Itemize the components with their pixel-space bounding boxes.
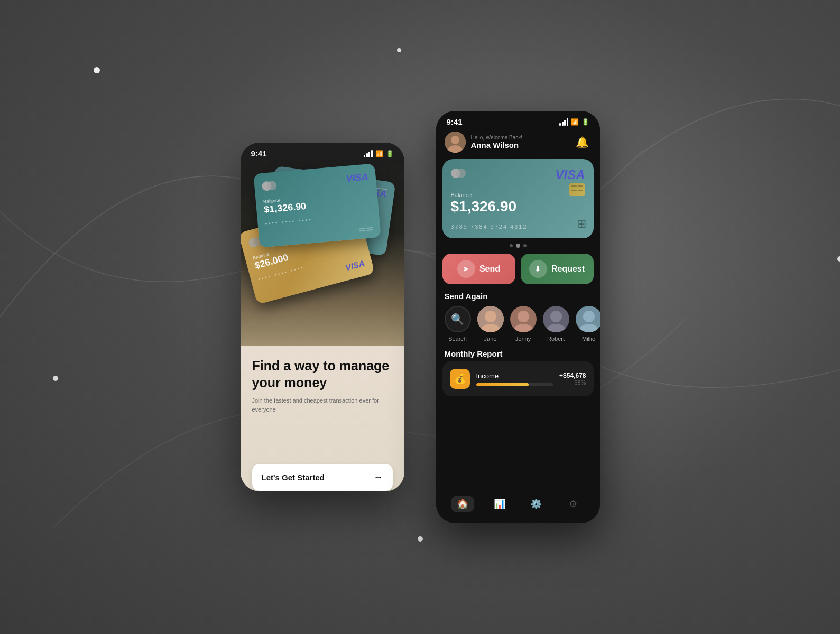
request-label: Request [551,264,585,274]
cta-arrow: → [374,472,383,483]
contact-name-jenny: Jenny [515,335,531,342]
main-card-visa: VISA [555,167,585,182]
request-icon: ⬇ [534,264,541,274]
contact-millie[interactable]: Millie [576,306,600,342]
right-wifi-icon: 📶 [571,118,579,126]
home-icon-bg: 🏠 [451,496,474,512]
card-grid-icon: ⊞ [577,217,586,231]
report-values: +$54,678 68% [559,372,586,386]
send-again-search[interactable]: 🔍 Search [445,306,471,342]
contact-avatar-jane [477,306,504,332]
pagination-dots [436,240,600,251]
svg-point-0 [94,67,100,73]
contact-name-robert: Robert [547,335,565,342]
cta-button[interactable]: Let's Get Started → [252,464,393,491]
search-label: Search [448,335,467,342]
search-avatar: 🔍 [445,306,471,332]
send-icon-bg: ➤ [457,260,475,278]
contact-avatar-jenny [510,306,537,332]
gold-visa: VISA [344,259,366,273]
contact-jenny[interactable]: Jenny [510,306,537,342]
left-phone: 9:41 📶 🔋 [241,143,404,491]
svg-point-7 [418,536,423,542]
main-card-mastercard [451,169,466,178]
svg-point-4 [53,376,58,381]
report-icon: 💰 [450,369,470,389]
contact-name-jane: Jane [484,335,497,342]
left-phone-time: 9:41 [251,149,267,158]
bottom-nav: 🏠 📊 ⚙️ ⚙ [436,489,600,523]
contact-robert[interactable]: Robert [543,306,569,342]
main-card-number: 3789 7384 9724 4612 [451,223,585,230]
send-again-list: 🔍 Search Jane [436,304,600,344]
right-phone-time: 9:41 [447,117,463,126]
report-income-label: Income [476,372,553,380]
report-card: 💰 Income +$54,678 68% [442,361,594,396]
send-button[interactable]: ➤ Send [442,254,515,284]
svg-point-2 [397,48,401,52]
status-bar-right: 9:41 📶 🔋 [436,111,600,126]
nav-settings[interactable]: ⚙️ [524,496,548,512]
chip-grid [359,227,373,231]
welcome-text: Hello, Welcome Back! [471,135,523,141]
bell-button[interactable]: 🔔 [574,133,592,151]
nav-home[interactable]: 🏠 [451,496,474,512]
main-card-balance-label: Balance [451,192,585,198]
contact-jane[interactable]: Jane [477,306,504,342]
app-header: Hello, Welcome Back! Anna Wilson 🔔 [436,126,600,157]
main-card-chip [569,183,585,196]
more-icon: ⚙ [569,498,577,510]
svg-point-5 [837,256,840,262]
action-buttons: ➤ Send ⬇ Request [436,251,600,286]
monthly-report-section: 💰 Income +$54,678 68% [436,361,600,396]
front-visa: VISA [345,171,368,184]
report-bar-fill [476,383,529,386]
send-icon: ➤ [463,264,469,274]
left-phone-bottom: Find a way to manage your money Join the… [241,346,404,491]
report-amount: +$54,678 [559,372,586,379]
svg-point-9 [451,136,459,144]
svg-point-12 [485,311,496,322]
contact-name-millie: Millie [582,335,595,342]
card-front-teal: VISA Balance $1,326.90 •••• •••• •••• [253,163,381,248]
send-label: Send [479,264,500,274]
report-bar-container [476,383,553,386]
report-percent: 68% [559,379,586,386]
mastercard-front [261,181,276,191]
nav-stats[interactable]: 📊 [488,496,511,512]
signal-icon [364,150,373,157]
right-phone: 9:41 📶 🔋 [436,111,600,523]
main-card: VISA Balance $1,326.90 3789 7384 9724 46… [442,159,594,238]
contact-avatar-robert [543,306,569,332]
chart-icon: 📊 [494,498,505,510]
svg-point-21 [583,311,595,322]
request-icon-bg: ⬇ [529,260,547,278]
home-icon: 🏠 [457,498,468,510]
request-button[interactable]: ⬇ Request [521,254,594,284]
report-content: Income [476,372,553,386]
send-again-title: Send Again [436,286,600,304]
settings-icon: ⚙️ [530,498,542,510]
main-card-amount: $1,326.90 [451,198,585,215]
right-signal-icon [559,118,568,126]
contact-avatar-millie [576,306,600,332]
right-battery-icon: 🔋 [581,118,589,126]
bell-icon: 🔔 [576,136,589,148]
svg-point-18 [550,311,562,322]
avatar [445,132,466,153]
subtitle: Join the fastest and cheapest transactio… [252,396,393,414]
wifi-icon: 📶 [375,150,383,157]
monthly-report-title: Monthly Report [436,344,600,361]
cta-label: Let's Get Started [262,473,325,482]
battery-icon: 🔋 [386,150,394,157]
svg-point-15 [518,311,529,322]
tagline: Find a way to manage your money [252,357,393,391]
phones-container: 9:41 📶 🔋 [241,111,600,523]
user-name: Anna Wilson [471,141,523,150]
search-icon: 🔍 [451,313,464,325]
nav-more[interactable]: ⚙ [561,496,585,512]
user-info: Hello, Welcome Back! Anna Wilson [445,132,523,153]
